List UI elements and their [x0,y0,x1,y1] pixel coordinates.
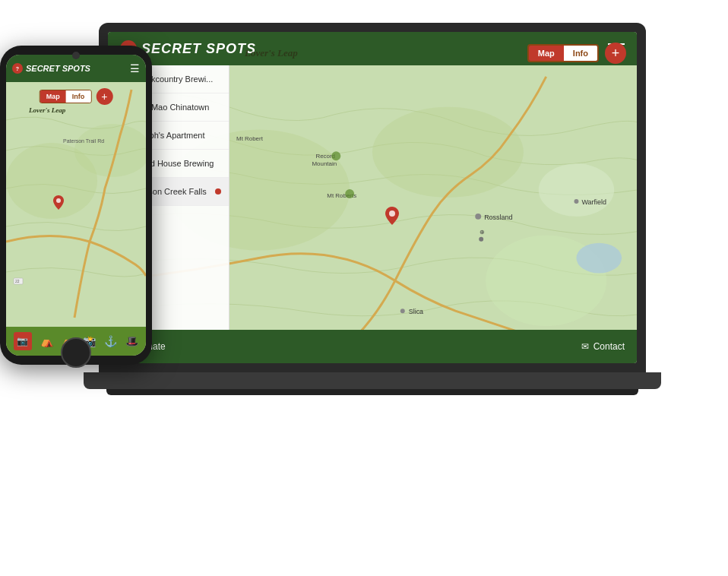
svg-point-27 [56,198,61,203]
laptop-footer: 💚 Donate ✉ Contact [108,330,637,363]
phone-hamburger[interactable]: ☰ [130,62,140,74]
svg-text:Warfield: Warfield [581,198,606,206]
phone-lovers-leap-label: Lover's Leap [29,106,65,114]
phone-camera [72,52,80,59]
svg-point-14 [331,151,340,160]
map-controls: Map Info + [527,43,626,64]
map-tab-map[interactable]: Map [529,46,564,61]
laptop-device: Rossland Warfield Slica Record Mountain … [99,23,646,395]
svg-text:Rossland: Rossland [484,214,512,221]
phone-icon-camera[interactable]: 📷 [14,332,32,350]
lovers-leap-label: Lover's Leap [245,47,298,59]
phone-add-button[interactable]: + [96,88,112,105]
svg-point-8 [574,199,578,204]
map-pin-main[interactable] [385,207,399,225]
map-tab-group: Map Info [527,44,599,62]
active-indicator [215,188,221,195]
phone-map-pin[interactable] [53,195,64,210]
laptop-base-bottom [106,389,638,395]
phone-badge-icon: ? [12,63,23,74]
svg-point-4 [539,163,614,217]
phone-icon-tent1[interactable]: ⛺ [40,335,53,347]
contact-button[interactable]: ✉ Contact [581,341,625,352]
svg-text:Slica: Slica [409,308,423,315]
add-spot-button[interactable]: + [605,43,626,64]
svg-point-5 [576,243,622,274]
phone-title: ? Secret Spots [12,63,90,74]
svg-point-2 [372,107,524,198]
svg-point-18 [479,237,483,242]
phone-tab-info[interactable]: Info [66,90,91,103]
phone-tab-map[interactable]: Map [40,90,66,103]
phone-device: Paterson Trail Rd 22 ? Secret Spots ☰ [0,46,152,365]
phone-icon-hat[interactable]: 🎩 [125,335,138,347]
phone-tab-group: Map Info [40,90,92,103]
laptop-screen: Rossland Warfield Slica Record Mountain … [108,32,637,363]
phone-home-button[interactable] [61,337,91,368]
contact-icon: ✉ [581,341,589,352]
app-title-text: Secret Spots [141,41,256,57]
phone-title-text: Secret Spots [26,64,90,73]
laptop-base [84,372,661,389]
svg-text:22: 22 [15,279,20,283]
phone-body: Paterson Trail Rd 22 ? Secret Spots ☰ [0,46,152,365]
svg-text:Paterson Trail Rd: Paterson Trail Rd [63,138,104,144]
map-tab-info[interactable]: Info [564,46,597,61]
phone-map-controls: Map Info + [40,88,113,105]
laptop-body: Rossland Warfield Slica Record Mountain … [99,23,646,372]
svg-text:⊕: ⊕ [480,229,485,236]
phone-icon-anchor[interactable]: ⚓ [104,335,117,347]
svg-point-6 [475,214,481,220]
svg-text:Mountain: Mountain [312,160,337,167]
svg-point-10 [400,309,405,313]
scene: Rossland Warfield Slica Record Mountain … [0,0,728,576]
phone-screen: Paterson Trail Rd 22 ? Secret Spots ☰ [6,55,146,356]
contact-label: Contact [593,341,625,352]
svg-text:Mt Robert: Mt Robert [236,135,264,142]
svg-point-20 [389,210,395,217]
svg-point-16 [345,189,354,198]
